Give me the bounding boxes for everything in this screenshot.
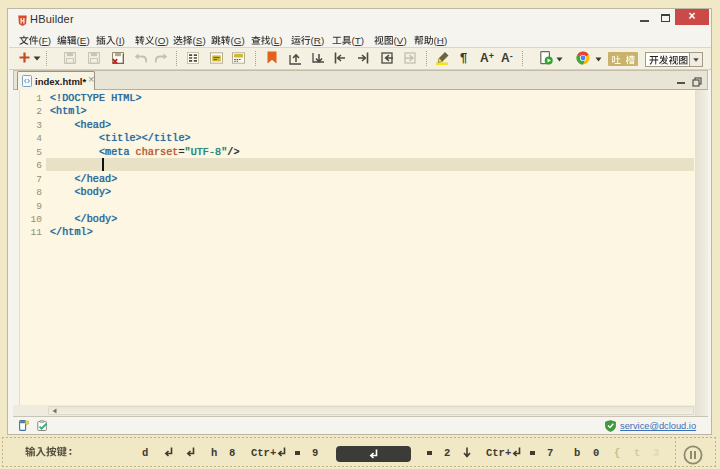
svg-text:(I): (I) (116, 35, 125, 46)
svg-text:(E): (E) (77, 35, 90, 46)
svg-text:(F): (F) (39, 35, 52, 46)
svg-text:(G): (G) (231, 35, 245, 46)
svg-text:(O): (O) (155, 35, 169, 46)
svg-text:(T): (T) (352, 35, 365, 46)
svg-text:(V): (V) (394, 35, 407, 46)
svg-text:(H): (H) (434, 35, 448, 46)
svg-text:(S): (S) (193, 35, 206, 46)
svg-text:(R): (R) (311, 35, 325, 46)
svg-text:(L): (L) (271, 35, 283, 46)
